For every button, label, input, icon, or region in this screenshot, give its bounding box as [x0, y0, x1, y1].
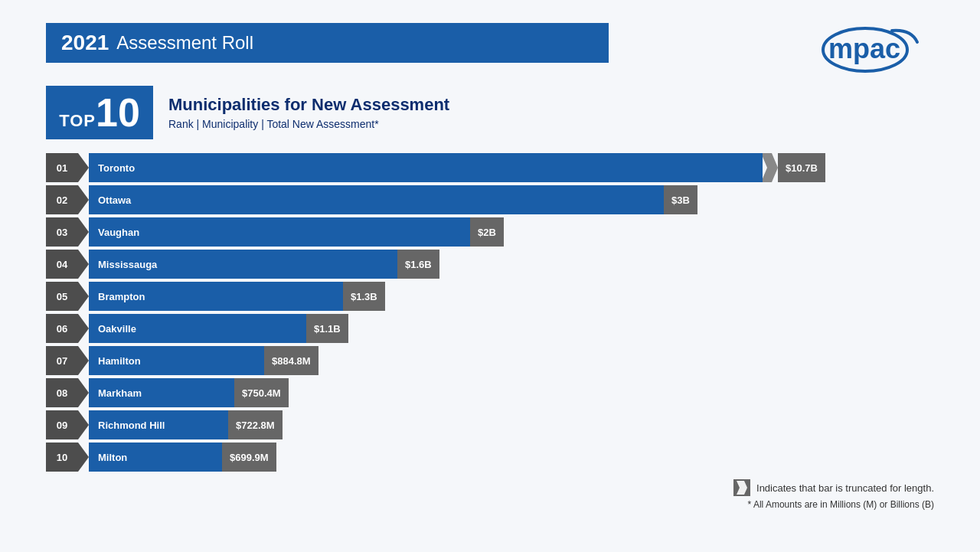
value-badge: $3B — [664, 185, 697, 214]
arrow-divider — [78, 410, 89, 439]
value-badge: $1.1B — [306, 314, 348, 343]
bar-blue: Oakville — [89, 314, 306, 343]
truncated-bar-icon — [733, 479, 750, 496]
truncate-icon — [761, 153, 778, 182]
arrow-divider — [78, 443, 89, 472]
bar-blue: Richmond Hill — [89, 410, 228, 439]
bar-container: Toronto $10.7B — [89, 153, 934, 182]
rank-box: 07 — [46, 346, 78, 375]
value-badge: $699.9M — [222, 443, 276, 472]
value-badge: $1.3B — [343, 282, 385, 311]
rank-box: 03 — [46, 217, 78, 247]
value-badge: $884.8M — [264, 346, 318, 375]
top10-badge-text: TOP — [59, 111, 96, 131]
arrow-divider — [78, 378, 89, 407]
rank-box: 10 — [46, 443, 78, 472]
legend-row: Indicates that bar is truncated for leng… — [733, 479, 934, 496]
bar-blue: Brampton — [89, 282, 343, 311]
arrow-divider — [78, 250, 89, 279]
chart-row: 10Milton$699.9M — [46, 443, 934, 472]
arrow-divider — [78, 217, 89, 247]
top10-header: TOP 10 Municipalities for New Assessment… — [46, 86, 934, 139]
top10-badge: TOP 10 — [46, 86, 153, 139]
chart-row: 06Oakville$1.1B — [46, 314, 934, 343]
mpac-logo: mpac — [812, 23, 934, 77]
bar-blue: Ottawa — [89, 185, 664, 214]
top10-title: Municipalities for New Assessment — [168, 95, 449, 115]
bar-blue: Toronto — [89, 153, 763, 182]
chart-row: 09Richmond Hill$722.8M — [46, 410, 934, 439]
legend-note: * All Amounts are in Millions (M) or Bil… — [733, 499, 934, 510]
arrow-divider — [78, 185, 89, 214]
arrow-divider — [78, 282, 89, 311]
svg-marker-3 — [737, 481, 747, 495]
arrow-divider — [78, 153, 89, 182]
rank-box: 06 — [46, 314, 78, 343]
chart-row: 04Mississauga$1.6B — [46, 250, 934, 279]
bar-container: Hamilton$884.8M — [89, 346, 934, 375]
chart-row: 07Hamilton$884.8M — [46, 346, 934, 375]
rank-box: 04 — [46, 250, 78, 279]
svg-text:mpac: mpac — [828, 33, 900, 64]
page-container: mpac 2021 Assessment Roll TOP 10 Municip… — [0, 0, 980, 552]
bar-container: Milton$699.9M — [89, 443, 934, 472]
arrow-divider — [78, 314, 89, 343]
value-badge: $750.4M — [234, 378, 289, 407]
top10-badge-num: 10 — [96, 93, 140, 132]
chart-row: 08Markham$750.4M — [46, 378, 934, 407]
value-badge: $2B — [470, 217, 504, 247]
bar-blue: Vaughan — [89, 217, 470, 247]
rank-box: 02 — [46, 185, 78, 214]
value-badge: $722.8M — [228, 410, 283, 439]
bar-container: Vaughan$2B — [89, 217, 934, 247]
top10-subtitle: Rank | Municipality | Total New Assessme… — [168, 118, 449, 130]
rank-box: 05 — [46, 282, 78, 311]
bar-container: Markham$750.4M — [89, 378, 934, 407]
legend-text: Indicates that bar is truncated for leng… — [756, 482, 934, 494]
chart-row: 05Brampton$1.3B — [46, 282, 934, 311]
header-year: 2021 — [61, 31, 109, 55]
bar-blue: Mississauga — [89, 250, 397, 279]
rank-box: 09 — [46, 410, 78, 439]
top10-description: Municipalities for New Assessment Rank |… — [168, 95, 449, 130]
bar-container: Oakville$1.1B — [89, 314, 934, 343]
chart-row: 02Ottawa$3B — [46, 185, 934, 214]
svg-marker-2 — [761, 153, 778, 182]
bar-container: Ottawa$3B — [89, 185, 934, 214]
rank-box: 08 — [46, 378, 78, 407]
chart-row: 01Toronto $10.7B — [46, 153, 934, 182]
value-badge: $1.6B — [397, 250, 439, 279]
bar-container: Mississauga$1.6B — [89, 250, 934, 279]
chart-area: 01Toronto $10.7B02Ottawa$3B03Vaughan$2B0… — [46, 153, 934, 472]
chart-row: 03Vaughan$2B — [46, 217, 934, 247]
header-bar: 2021 Assessment Roll — [46, 23, 609, 63]
arrow-divider — [78, 346, 89, 375]
rank-box: 01 — [46, 153, 78, 182]
bar-blue: Hamilton — [89, 346, 264, 375]
bar-blue: Markham — [89, 378, 234, 407]
bar-blue: Milton — [89, 443, 222, 472]
header-title: Assessment Roll — [116, 32, 253, 54]
bar-container: Brampton$1.3B — [89, 282, 934, 311]
legend: Indicates that bar is truncated for leng… — [733, 479, 934, 510]
value-badge: $10.7B — [778, 153, 825, 182]
bar-container: Richmond Hill$722.8M — [89, 410, 934, 439]
